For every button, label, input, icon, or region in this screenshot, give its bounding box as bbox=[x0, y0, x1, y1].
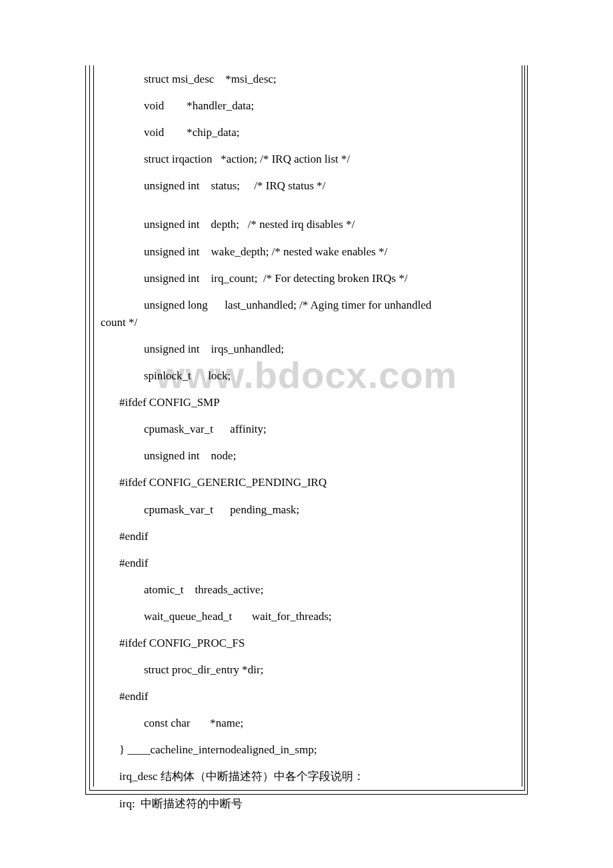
code-line: spinlock_t lock; bbox=[101, 369, 514, 383]
code-line: } ____cacheline_internodealigned_in_smp; bbox=[101, 743, 514, 757]
code-line: unsigned int node; bbox=[101, 449, 514, 463]
code-line: unsigned int wake_depth; /* nested wake … bbox=[101, 245, 514, 259]
description-line: irq_desc 结构体（中断描述符）中各个字段说明： bbox=[101, 769, 514, 784]
code-line: unsigned int irq_count; /* For detecting… bbox=[101, 271, 514, 286]
code-line: void *chip_data; bbox=[101, 125, 514, 140]
code-line: #ifdef CONFIG_SMP bbox=[101, 395, 514, 410]
mid-border: struct msi_desc *msi_desc; void *handler… bbox=[89, 65, 525, 791]
inner-border: struct msi_desc *msi_desc; void *handler… bbox=[93, 65, 522, 787]
code-line: #ifdef CONFIG_PROC_FS bbox=[101, 636, 514, 651]
code-line: struct irqaction *action; /* IRQ action … bbox=[101, 152, 514, 167]
code-line: unsigned int irqs_unhandled; bbox=[101, 342, 514, 357]
code-line: wait_queue_head_t wait_for_threads; bbox=[101, 609, 514, 624]
code-line: void *handler_data; bbox=[101, 99, 514, 113]
code-content: struct msi_desc *msi_desc; void *handler… bbox=[101, 72, 514, 823]
code-line: #endif bbox=[101, 529, 514, 544]
code-line: struct proc_dir_entry *dir; bbox=[101, 663, 514, 677]
code-line: cpumask_var_t pending_mask; bbox=[101, 503, 514, 517]
code-line: unsigned int status; /* IRQ status */ bbox=[101, 179, 514, 193]
code-line: unsigned long last_unhandled; /* Aging t… bbox=[101, 298, 514, 313]
code-line: const char *name; bbox=[101, 716, 514, 731]
description-line: irq: 中断描述符的中断号 bbox=[101, 797, 514, 811]
outer-border: struct msi_desc *msi_desc; void *handler… bbox=[85, 65, 528, 795]
code-line: #endif bbox=[101, 689, 514, 704]
code-line: struct msi_desc *msi_desc; bbox=[101, 72, 514, 87]
code-line: count */ bbox=[101, 315, 514, 330]
code-line: atomic_t threads_active; bbox=[101, 583, 514, 597]
code-line: #ifdef CONFIG_GENERIC_PENDING_IRQ bbox=[101, 475, 514, 490]
code-line: #endif bbox=[101, 556, 514, 571]
code-line: unsigned int depth; /* nested irq disabl… bbox=[101, 217, 514, 232]
code-line: cpumask_var_t affinity; bbox=[101, 422, 514, 437]
